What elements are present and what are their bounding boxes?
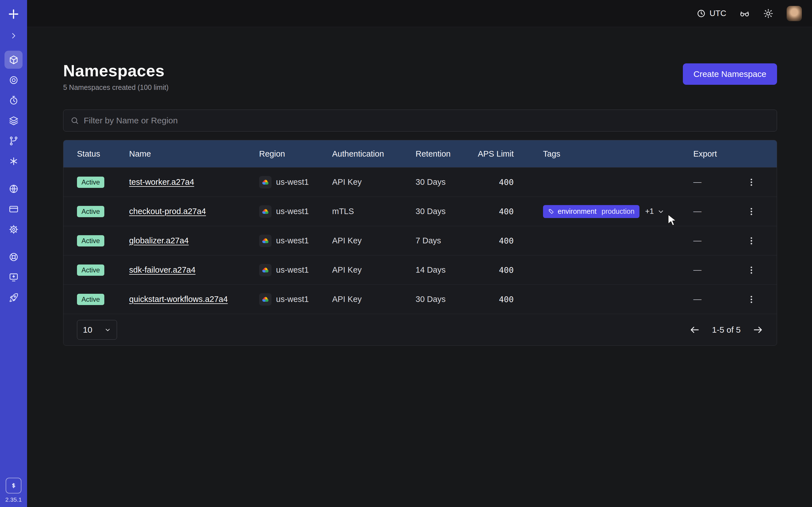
auth-method: mTLS	[332, 207, 416, 216]
sidebar-item-nexus[interactable]	[4, 152, 22, 170]
arrow-left-icon	[689, 325, 700, 335]
gcp-region-icon	[259, 293, 271, 305]
sidebar-item-docs[interactable]	[4, 268, 22, 286]
row-actions-menu-button[interactable]	[743, 236, 760, 245]
arrow-right-icon	[753, 325, 763, 335]
gcp-region-icon	[259, 264, 271, 276]
create-namespace-button[interactable]: Create Namespace	[683, 63, 777, 85]
col-header-aps-limit: APS Limit	[471, 149, 517, 159]
namespaces-table: Status Name Region Authentication Retent…	[63, 140, 777, 346]
col-header-export: Export	[693, 149, 743, 159]
namespace-link[interactable]: sdk-failover.a27a4	[129, 265, 195, 274]
sidebar-item-layers[interactable]	[4, 112, 22, 129]
status-badge: Active	[77, 265, 104, 276]
table-row[interactable]: Active quickstart-workflows.a27a4 us-wes…	[63, 284, 777, 314]
tags-more-count: +1	[645, 207, 654, 216]
table-body: Active test-worker.a27a4 us-west1 API Ke…	[63, 167, 777, 314]
next-page-button[interactable]	[753, 325, 763, 335]
gcp-region-icon	[259, 205, 271, 218]
sidebar-item-deployments[interactable]	[4, 132, 22, 150]
aps-limit-value: 400	[471, 295, 517, 304]
col-header-tags: Tags	[517, 149, 693, 159]
export-status: —	[693, 207, 743, 216]
sidebar-item-settings[interactable]	[4, 220, 22, 238]
retention-period: 30 Days	[416, 207, 471, 216]
retention-period: 30 Days	[416, 295, 471, 304]
theme-toggle-button[interactable]	[763, 8, 774, 19]
app-version: 2.35.1	[5, 496, 22, 503]
target-icon	[8, 75, 19, 86]
sidebar-nav	[4, 51, 22, 306]
sidebar-item-namespaces[interactable]	[4, 51, 22, 69]
table-row[interactable]: Active checkout-prod.a27a4 us-west1 mTLS…	[63, 196, 777, 226]
status-badge: Active	[77, 235, 104, 246]
sidebar: 2.35.1	[0, 0, 27, 507]
auth-method: API Key	[332, 265, 416, 275]
col-header-status: Status	[77, 149, 129, 159]
aps-limit-value: 400	[471, 236, 517, 245]
aps-limit-value: 400	[471, 177, 517, 187]
cube-icon	[8, 55, 19, 65]
namespace-link[interactable]: checkout-prod.a27a4	[129, 207, 206, 216]
export-status: —	[693, 236, 743, 245]
sidebar-item-regions[interactable]	[4, 180, 22, 198]
timezone-label: UTC	[709, 9, 726, 18]
gcp-region-icon	[259, 176, 271, 188]
auth-method: API Key	[332, 295, 416, 304]
sidebar-item-schedules[interactable]	[4, 91, 22, 109]
sidebar-item-target[interactable]	[4, 71, 22, 89]
life-buoy-icon	[8, 252, 19, 262]
search-icon	[70, 116, 79, 125]
table-row[interactable]: Active sdk-failover.a27a4 us-west1 API K…	[63, 255, 777, 284]
row-actions-menu-button[interactable]	[743, 295, 760, 304]
sidebar-item-support[interactable]	[4, 248, 22, 266]
dollar-icon	[9, 481, 18, 490]
filter-input[interactable]	[84, 116, 770, 125]
export-status: —	[693, 177, 743, 187]
monitor-icon	[8, 272, 19, 283]
table-row[interactable]: Active globalizer.a27a4 us-west1 API Key…	[63, 226, 777, 255]
timezone-selector[interactable]: UTC	[696, 9, 726, 18]
col-header-authentication: Authentication	[332, 149, 416, 159]
glasses-icon	[739, 8, 750, 19]
asterisk-icon	[8, 156, 19, 166]
namespace-link[interactable]: globalizer.a27a4	[129, 236, 189, 245]
namespace-link[interactable]: test-worker.a27a4	[129, 177, 194, 186]
aps-limit-value: 400	[471, 207, 517, 216]
kebab-icon	[747, 265, 756, 275]
tags-expand-chevron-icon[interactable]	[657, 208, 665, 215]
namespace-link[interactable]: quickstart-workflows.a27a4	[129, 295, 228, 304]
table-footer: 10 1-5 of 5	[63, 314, 777, 345]
gcp-region-icon	[259, 235, 271, 247]
tag-chip[interactable]: environment production	[543, 205, 640, 218]
page-size-select[interactable]: 10	[77, 320, 117, 340]
main-content: Namespaces 5 Namespaces created (100 lim…	[27, 27, 812, 507]
page-subtitle: 5 Namespaces created (100 limit)	[63, 83, 168, 92]
credit-card-icon	[8, 204, 19, 214]
retention-period: 14 Days	[416, 265, 471, 275]
export-status: —	[693, 265, 743, 275]
row-actions-menu-button[interactable]	[743, 177, 760, 187]
col-header-retention: Retention	[416, 149, 471, 159]
table-header-row: Status Name Region Authentication Retent…	[63, 140, 777, 167]
row-actions-menu-button[interactable]	[743, 207, 760, 216]
timer-icon	[8, 95, 19, 106]
export-status: —	[693, 295, 743, 304]
usage-credits-button[interactable]	[6, 478, 21, 494]
sidebar-item-billing[interactable]	[4, 200, 22, 218]
status-badge: Active	[77, 294, 104, 305]
status-badge: Active	[77, 177, 104, 188]
table-row[interactable]: Active test-worker.a27a4 us-west1 API Ke…	[63, 167, 777, 196]
labs-toggle-button[interactable]	[739, 8, 750, 19]
region-label: us-west1	[276, 236, 309, 245]
chevron-right-icon	[10, 32, 17, 40]
region-label: us-west1	[276, 177, 309, 187]
page-size-value: 10	[83, 325, 92, 335]
user-avatar[interactable]	[786, 6, 802, 21]
region-label: us-west1	[276, 207, 309, 216]
previous-page-button[interactable]	[689, 325, 700, 335]
sidebar-item-getting-started[interactable]	[4, 288, 22, 306]
sidebar-expand-button[interactable]	[10, 28, 17, 43]
row-actions-menu-button[interactable]	[743, 265, 760, 275]
chevron-down-icon	[104, 327, 111, 333]
